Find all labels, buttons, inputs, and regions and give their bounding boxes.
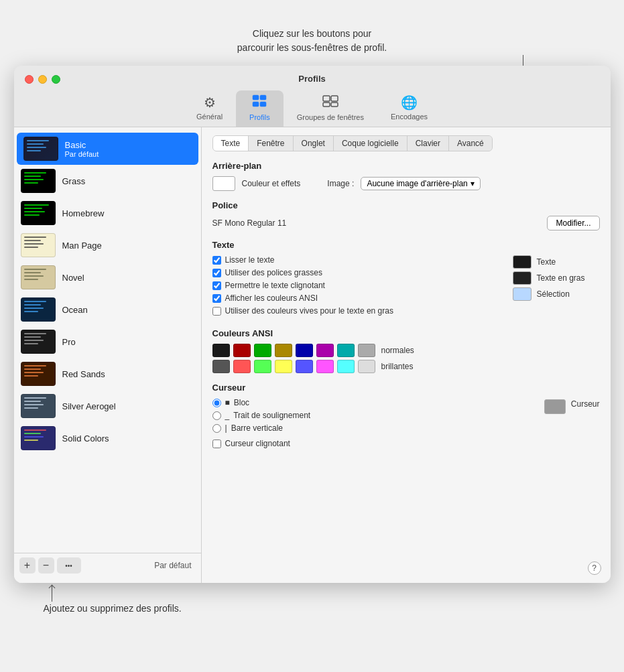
toolbar-item-profils[interactable]: Profils xyxy=(236,90,284,127)
profile-info-silveraerogel: Silver Aerogel xyxy=(62,401,116,411)
close-button[interactable] xyxy=(25,75,34,84)
ansi-normal-7[interactable] xyxy=(358,344,375,357)
profile-item-redsands[interactable]: Red Sands xyxy=(14,358,201,390)
toolbar-item-groupes[interactable]: Groupes de fenêtres xyxy=(284,90,377,127)
profile-item-silveraerogel[interactable]: Silver Aerogel xyxy=(14,390,201,422)
ansi-bright-1[interactable] xyxy=(233,360,251,373)
cursor-preview: Curseur xyxy=(544,398,600,452)
toolbar-item-encodages[interactable]: 🌐 Encodages xyxy=(377,90,441,127)
checkbox-vives-input[interactable] xyxy=(212,307,221,316)
cursor-preview-swatch[interactable] xyxy=(544,399,566,414)
background-section-title: Arrière-plan xyxy=(212,161,600,171)
sidebar-footer: + − ••• Par défaut xyxy=(14,553,201,578)
subtab-texte[interactable]: Texte xyxy=(213,136,249,151)
traffic-lights xyxy=(25,75,60,84)
checkbox-clignotant-input[interactable] xyxy=(212,281,221,290)
image-dropdown[interactable]: Aucune image d'arrière-plan ▾ xyxy=(361,177,480,190)
maximize-button[interactable] xyxy=(52,75,60,84)
profile-info-redsands: Red Sands xyxy=(62,369,105,379)
right-panel: Texte Fenêtre Onglet Coque logicielle Cl… xyxy=(202,127,611,583)
text-color-swatch-texte[interactable] xyxy=(513,255,532,269)
profile-item-novel[interactable]: Novel xyxy=(14,261,201,293)
ansi-bright-3[interactable] xyxy=(275,360,292,373)
cursor-section: Curseur ■ Bloc _ Trait de soulign xyxy=(212,383,600,452)
chevron-down-icon: ▾ xyxy=(471,179,475,188)
ansi-normal-0[interactable] xyxy=(212,344,230,357)
svg-rect-5 xyxy=(331,96,338,101)
subtab-clavier[interactable]: Clavier xyxy=(408,136,449,151)
font-section-title: Police xyxy=(212,200,600,210)
minimize-button[interactable] xyxy=(38,75,47,84)
ansi-bright-5[interactable] xyxy=(316,360,334,373)
checkbox-gras-input[interactable] xyxy=(212,269,221,277)
set-default-button[interactable]: Par défaut xyxy=(150,559,195,572)
checkbox-ansi: Afficher les couleurs ANSI xyxy=(212,293,393,303)
gear-icon: ⚙ xyxy=(204,94,216,111)
cursor-soulignement-radio[interactable] xyxy=(212,411,221,420)
ansi-section: Couleurs ANSI normales xyxy=(212,328,600,373)
text-color-swatch-gras[interactable] xyxy=(513,271,532,285)
font-name: SF Mono Regular 11 xyxy=(212,218,541,228)
ansi-normal-label: normales xyxy=(381,346,414,355)
svg-rect-2 xyxy=(253,102,259,107)
profile-thumbnail-manpage xyxy=(21,233,56,257)
checkbox-lisser: Lisser le texte xyxy=(212,255,393,265)
checkbox-clignotant: Permettre le texte clignotant xyxy=(212,281,393,290)
ansi-bright-2[interactable] xyxy=(254,360,271,373)
subtab-onglet[interactable]: Onglet xyxy=(294,136,334,151)
subtab-fenetre[interactable]: Fenêtre xyxy=(249,136,293,151)
checkbox-lisser-input[interactable] xyxy=(212,256,221,265)
ansi-bright-7[interactable] xyxy=(358,360,375,373)
globe-icon: 🌐 xyxy=(401,94,418,111)
font-section: Police SF Mono Regular 11 Modifier... xyxy=(212,200,600,230)
subtab-coque[interactable]: Coque logicielle xyxy=(334,136,408,151)
toolbar-item-general[interactable]: ⚙ Général xyxy=(183,90,236,127)
add-profile-button[interactable]: + xyxy=(19,557,36,574)
profile-item-pro[interactable]: Pro xyxy=(14,326,201,358)
help-button[interactable]: ? xyxy=(588,561,601,575)
text-color-gras: Texte en gras xyxy=(513,271,600,285)
profile-info-grass: Grass xyxy=(62,176,86,186)
ansi-normal-1[interactable] xyxy=(233,344,251,357)
ansi-normal-2[interactable] xyxy=(254,344,271,357)
checkbox-ansi-input[interactable] xyxy=(212,294,221,303)
cursor-verticale-row: | Barre verticale xyxy=(212,423,311,433)
text-colors: Texte Texte en gras Sélection xyxy=(513,255,600,319)
profile-item-ocean[interactable]: Ocean xyxy=(14,293,201,326)
text-checkboxes: Lisser le texte Utiliser des polices gra… xyxy=(212,255,393,319)
svg-rect-4 xyxy=(323,96,330,101)
profile-info-basic: Basic Par défaut xyxy=(65,140,99,158)
profile-info-pro: Pro xyxy=(62,337,76,347)
background-color-swatch[interactable] xyxy=(212,176,235,191)
ansi-normal-4[interactable] xyxy=(296,344,313,357)
profile-item-grass[interactable]: Grass xyxy=(14,165,201,197)
profile-item-homebrew[interactable]: Homebrew xyxy=(14,197,201,229)
cursor-options: ■ Bloc _ Trait de soulignement | xyxy=(212,398,311,452)
remove-profile-button[interactable]: − xyxy=(38,557,54,574)
text-color-swatch-selection[interactable] xyxy=(513,287,532,301)
ansi-bright-6[interactable] xyxy=(337,360,355,373)
subtab-avance[interactable]: Avancé xyxy=(449,136,492,151)
profile-item-manpage[interactable]: Man Page xyxy=(14,229,201,261)
ansi-normal-3[interactable] xyxy=(275,344,292,357)
profile-info-homebrew: Homebrew xyxy=(62,208,105,218)
cursor-verticale-radio[interactable] xyxy=(212,424,221,433)
cursor-bloc-radio[interactable] xyxy=(212,399,221,407)
profile-thumbnail-grass xyxy=(21,169,56,193)
svg-rect-7 xyxy=(331,103,338,107)
ansi-normal-row: normales xyxy=(212,344,600,357)
profile-item-basic[interactable]: Basic Par défaut xyxy=(17,133,198,165)
ansi-bright-0[interactable] xyxy=(212,360,230,373)
window-title: Profils xyxy=(298,74,325,84)
font-row: SF Mono Regular 11 Modifier... xyxy=(212,216,600,230)
modify-font-button[interactable]: Modifier... xyxy=(547,216,599,230)
more-options-button[interactable]: ••• xyxy=(57,557,81,574)
cursor-blinking-row: Curseur clignotant xyxy=(212,439,311,448)
ansi-normal-5[interactable] xyxy=(316,344,334,357)
profile-item-solidcolors[interactable]: Solid Colors xyxy=(14,422,201,454)
ansi-normal-6[interactable] xyxy=(337,344,355,357)
main-content: Basic Par défaut xyxy=(14,127,611,583)
text-section: Texte Lisser le texte Utiliser des polic… xyxy=(212,240,600,319)
cursor-blinking-checkbox[interactable] xyxy=(212,440,221,448)
ansi-bright-4[interactable] xyxy=(296,360,313,373)
